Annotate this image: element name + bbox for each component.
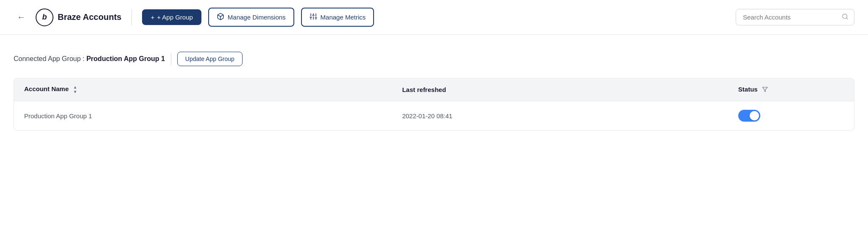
app-header: ← b Braze Accounts + + App Group Manage … — [0, 0, 868, 35]
manage-dimensions-label: Manage Dimensions — [228, 14, 286, 21]
col-last-refreshed: Last refreshed — [392, 78, 728, 101]
back-button[interactable]: ← — [14, 11, 29, 24]
add-group-label: + App Group — [157, 14, 193, 21]
status-toggle[interactable] — [738, 110, 760, 122]
connected-group-label: Connected App Group : Production App Gro… — [14, 55, 165, 63]
box-icon — [217, 13, 224, 22]
table-header: Account Name ▲ ▼ Last refreshed Status — [14, 78, 854, 101]
metrics-icon — [310, 13, 317, 22]
brand-logo: b — [36, 8, 53, 26]
col-status[interactable]: Status — [728, 78, 854, 101]
table-body: Production App Group 1 2022-01-20 08:41 — [14, 101, 854, 131]
col-account-name[interactable]: Account Name ▲ ▼ — [14, 78, 392, 101]
cell-last-refreshed: 2022-01-20 08:41 — [392, 101, 728, 131]
manage-metrics-label: Manage Metrics — [321, 14, 366, 21]
sort-icon-account[interactable]: ▲ ▼ — [73, 85, 77, 94]
brand-title: Braze Accounts — [58, 12, 121, 22]
main-content: Connected App Group : Production App Gro… — [0, 35, 868, 131]
bar-divider — [171, 53, 171, 65]
connected-group-bar: Connected App Group : Production App Gro… — [14, 52, 854, 66]
cell-account-name: Production App Group 1 — [14, 101, 392, 131]
status-toggle-wrapper — [738, 110, 760, 122]
update-app-group-button[interactable]: Update App Group — [177, 52, 243, 66]
manage-metrics-button[interactable]: Manage Metrics — [301, 8, 374, 27]
toggle-slider — [738, 110, 760, 122]
cell-status — [728, 101, 854, 131]
search-input[interactable] — [736, 9, 854, 25]
header-divider — [131, 10, 132, 25]
add-group-button[interactable]: + + App Group — [142, 9, 201, 25]
logo-area: b Braze Accounts — [36, 8, 121, 26]
manage-dimensions-button[interactable]: Manage Dimensions — [208, 8, 294, 27]
table-row: Production App Group 1 2022-01-20 08:41 — [14, 101, 854, 131]
accounts-table: Account Name ▲ ▼ Last refreshed Status — [14, 78, 854, 130]
accounts-table-wrapper: Account Name ▲ ▼ Last refreshed Status — [14, 78, 854, 131]
filter-icon[interactable] — [762, 87, 768, 94]
svg-marker-12 — [762, 87, 768, 92]
connected-group-value: Production App Group 1 — [87, 55, 165, 62]
plus-icon: + — [151, 14, 154, 21]
search-container — [736, 9, 854, 25]
